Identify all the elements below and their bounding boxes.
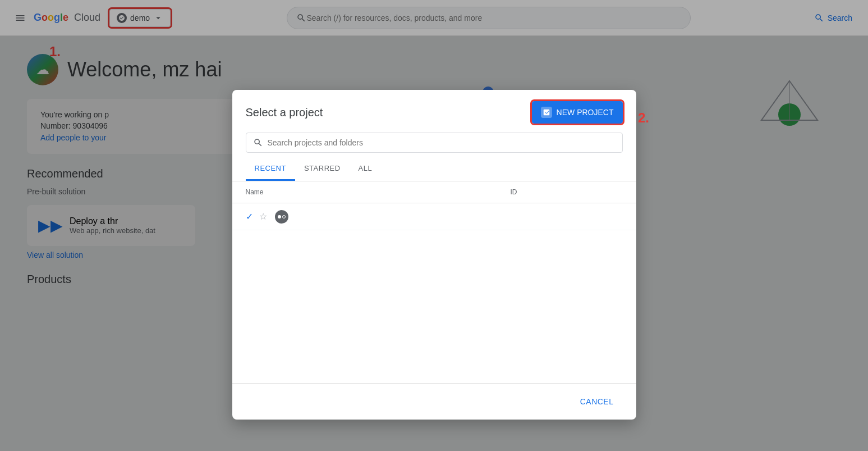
new-project-label: NEW PROJECT — [557, 108, 614, 117]
dialog-table-header: Name ID — [232, 181, 636, 203]
row-project-icon — [275, 210, 288, 224]
dialog-title: Select a project — [246, 106, 323, 119]
cancel-button[interactable]: CANCEL — [571, 393, 623, 411]
dialog-header: Select a project NEW PROJECT — [232, 90, 636, 124]
new-project-button[interactable]: NEW PROJECT — [532, 101, 623, 124]
col-header-id: ID — [511, 188, 623, 196]
dialog-search-section — [232, 124, 636, 153]
dialog-body: ✓ ☆ — [232, 203, 636, 383]
dialog-search-input[interactable] — [268, 138, 616, 147]
new-project-icon — [541, 107, 552, 118]
select-project-dialog: Select a project NEW PROJECT RECENT STAR… — [232, 90, 636, 420]
dialog-tabs: RECENT STARRED ALL — [232, 153, 636, 181]
row-check-icon: ✓ — [246, 211, 259, 222]
dialog-search-box[interactable] — [246, 133, 623, 153]
annotation-2: 2. — [638, 110, 649, 126]
table-row[interactable]: ✓ ☆ — [232, 203, 636, 230]
dialog-footer: CANCEL — [232, 383, 636, 420]
tab-starred[interactable]: STARRED — [295, 157, 350, 181]
tab-recent[interactable]: RECENT — [246, 157, 295, 181]
col-header-name: Name — [246, 188, 511, 196]
dialog-search-icon — [253, 138, 263, 148]
tab-all[interactable]: ALL — [350, 157, 382, 181]
row-star-icon[interactable]: ☆ — [259, 211, 275, 222]
